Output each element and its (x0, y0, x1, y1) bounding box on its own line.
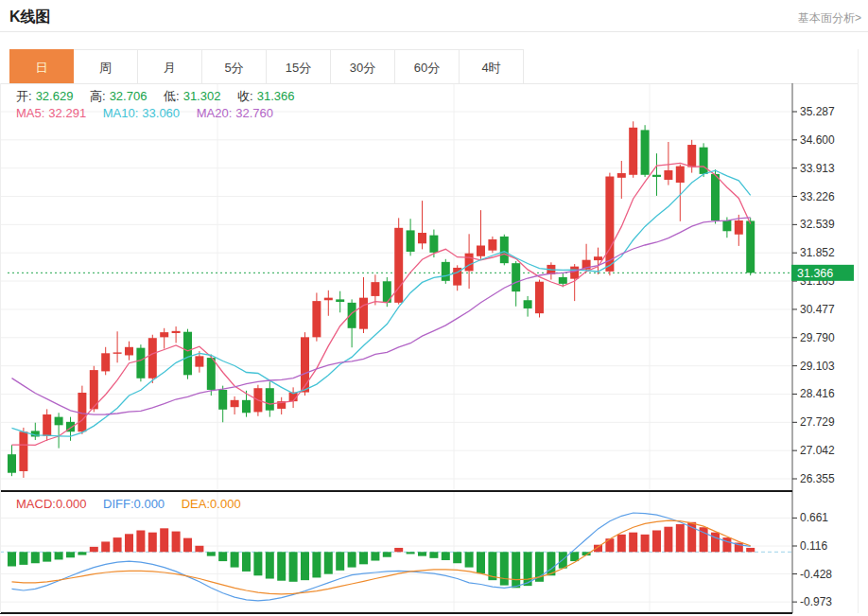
svg-text:29.790: 29.790 (800, 331, 835, 344)
svg-text:28.416: 28.416 (800, 387, 835, 400)
diff-value: 0.000 (134, 497, 165, 511)
diff-label: DIFF: (103, 497, 134, 511)
svg-text:31.852: 31.852 (800, 246, 835, 259)
ohlc-readout: 开:32.629 高:32.706 低:31.302 收:31.366 (16, 88, 294, 105)
macd-readout: MACD:0.000 DIFF:0.000 DEA:0.000 (16, 497, 241, 511)
ma5-value: 32.291 (48, 106, 86, 120)
ma-lines (12, 163, 751, 445)
y-axis-labels: 35.28734.60033.91333.22632.53931.85231.1… (792, 105, 835, 608)
svg-text:26.355: 26.355 (800, 472, 835, 485)
open-value: 32.629 (36, 89, 74, 103)
ma20-line (12, 218, 751, 414)
dea-label: DEA: (182, 497, 210, 511)
diff-line (12, 513, 751, 601)
ma10-label: MA10: (103, 106, 139, 120)
svg-text:-0.973: -0.973 (800, 595, 832, 608)
close-value: 31.366 (257, 89, 295, 103)
svg-text:0.116: 0.116 (800, 539, 827, 553)
macd-histogram (8, 522, 755, 589)
high-label: 高: (90, 89, 106, 103)
dea-line (12, 520, 751, 594)
svg-text:27.729: 27.729 (800, 415, 835, 429)
svg-text:34.600: 34.600 (800, 133, 835, 147)
dea-value: 0.000 (210, 497, 241, 511)
close-label: 收: (237, 89, 253, 103)
ma-readout: MA5:32.291 MA10:33.060 MA20:32.760 (16, 106, 273, 120)
open-label: 开: (16, 89, 32, 103)
candles-layer (8, 121, 755, 478)
high-value: 32.706 (110, 89, 148, 103)
ma10-line (12, 170, 751, 436)
kline-widget: K线图 基本面分析> 日周月5分15分30分60分4时 35.28734.600… (0, 0, 868, 616)
svg-text:0.661: 0.661 (800, 511, 828, 524)
ma10-value: 33.060 (142, 106, 180, 120)
ma20-label: MA20: (197, 106, 233, 120)
low-label: 低: (164, 89, 180, 103)
svg-text:33.913: 33.913 (800, 162, 835, 175)
svg-text:-0.428: -0.428 (800, 568, 832, 581)
svg-text:32.539: 32.539 (800, 218, 835, 231)
svg-text:29.103: 29.103 (800, 360, 835, 373)
svg-text:35.287: 35.287 (800, 105, 835, 118)
svg-text:30.477: 30.477 (800, 303, 835, 316)
svg-text:31.366: 31.366 (797, 267, 833, 280)
current-price-tag: 31.366 (791, 265, 854, 281)
ma5-label: MA5: (16, 106, 44, 120)
svg-text:33.226: 33.226 (800, 190, 835, 203)
macd-label: MACD: (16, 497, 56, 511)
axis-frame (0, 49, 859, 613)
macd-value: 0.000 (56, 497, 87, 511)
low-value: 31.302 (183, 89, 221, 103)
svg-text:27.042: 27.042 (800, 444, 835, 457)
macd-lines (12, 513, 751, 601)
ma20-value: 32.760 (235, 106, 273, 120)
